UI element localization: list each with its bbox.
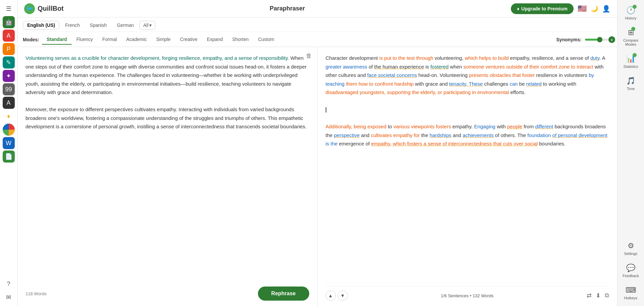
mode-tab-formal[interactable]: Formal — [98, 35, 122, 45]
synonyms-label: Synonyms: — [556, 37, 582, 42]
history-label: History — [625, 16, 636, 20]
sidebar-item-settings[interactable]: ⚙ Settings — [619, 238, 643, 259]
lang-tab-all[interactable]: All ▾ — [140, 21, 155, 30]
prev-sentence-button[interactable]: ▲ — [326, 291, 336, 301]
feedback-icon: 💬 — [626, 264, 635, 272]
diamond-icon: ♦ — [517, 6, 519, 11]
right-sidebar: 🕐 History ⊞ CompareModes 📊 Statistics 🎵 … — [617, 0, 644, 306]
chevron-down-icon: ▾ — [149, 23, 152, 28]
compare-badge — [631, 27, 635, 31]
tone-icon: 🎵 — [626, 77, 635, 85]
hotkeys-icon: ⌨ — [626, 286, 636, 295]
docs-icon[interactable]: 📄 — [3, 150, 15, 163]
word-count: 118 Words — [25, 291, 47, 296]
input-footer: 118 Words Rephrase — [25, 282, 309, 301]
lang-tab-french[interactable]: French — [61, 21, 84, 30]
output-text-area[interactable]: Character development is put to the test… — [326, 54, 609, 286]
flag-icon[interactable]: 🇺🇸 — [578, 4, 587, 13]
main-container: 🐦 QuillBot Paraphraser ♦ Upgrade to Prem… — [17, 0, 617, 306]
grammar-icon[interactable]: A — [3, 30, 15, 42]
output-footer: ▲ ▼ 1/6 Sentences • 132 Words ⇄ ⬇ ⧉ — [326, 286, 609, 301]
toolbar: English (US) French Spanish German All ▾… — [17, 17, 617, 47]
copy-icon[interactable]: ⧉ — [605, 292, 609, 299]
diamond-slider-icon: ♦ — [611, 38, 612, 42]
theme-toggle-icon[interactable]: 🌙 — [591, 5, 598, 12]
menu-icon[interactable]: ☰ — [3, 3, 15, 15]
top-header: 🐦 QuillBot Paraphraser ♦ Upgrade to Prem… — [17, 0, 617, 17]
mode-tab-standard[interactable]: Standard — [42, 35, 72, 45]
user-icon[interactable]: 👤 — [602, 5, 610, 13]
compare-modes-label: CompareModes — [623, 38, 638, 46]
sidebar-item-compare[interactable]: ⊞ CompareModes — [619, 25, 643, 50]
logo-text: QuillBot — [38, 5, 64, 12]
synonyms-slider[interactable]: ♦ — [585, 39, 612, 41]
left-sidebar: ☰ 🤖 A P ✎ ✦ 99 A ♦ W 📄 ? ✉ — [0, 0, 17, 306]
nav-arrows: ▲ ▼ — [326, 291, 348, 301]
citation-icon[interactable]: ✦ — [3, 70, 15, 82]
cursor — [326, 107, 326, 113]
compare-icon[interactable]: ⇄ — [587, 292, 592, 299]
hotkeys-label: Hotkeys — [624, 296, 638, 300]
mode-tab-creative[interactable]: Creative — [175, 35, 202, 45]
output-icons: ⇄ ⬇ ⧉ — [587, 292, 609, 299]
statistics-badge — [633, 53, 637, 57]
settings-label: Settings — [624, 252, 638, 256]
sidebar-item-tone[interactable]: 🎵 Tone — [619, 73, 643, 94]
word-counter-icon[interactable]: 99 — [3, 83, 15, 95]
logo-icon: 🐦 — [24, 3, 35, 14]
logo[interactable]: 🐦 QuillBot — [24, 3, 64, 14]
download-icon[interactable]: ⬇ — [596, 292, 601, 299]
statistics-label: Statistics — [623, 64, 638, 69]
page-title: Paraphraser — [270, 5, 305, 12]
input-text-area[interactable]: Volunteering serves as a crucible for ch… — [25, 54, 309, 282]
mode-tab-simple[interactable]: Simple — [152, 35, 175, 45]
delete-icon[interactable]: 🗑 — [306, 52, 312, 59]
next-sentence-button[interactable]: ▼ — [338, 291, 348, 301]
settings-icon: ⚙ — [628, 242, 634, 250]
input-panel: 🗑 Volunteering serves as a crucible for … — [17, 47, 318, 306]
sidebar-item-statistics[interactable]: 📊 Statistics — [619, 51, 643, 72]
lang-tab-english[interactable]: English (US) — [23, 21, 59, 30]
mode-tab-academic[interactable]: Academic — [121, 35, 151, 45]
mode-tab-fluency[interactable]: Fluency — [72, 35, 98, 45]
help-icon[interactable]: ? — [3, 278, 15, 290]
quillbot-nav-icon[interactable]: 🤖 — [3, 16, 15, 28]
upgrade-button[interactable]: ♦ Upgrade to Premium — [511, 3, 574, 14]
header-right: ♦ Upgrade to Premium 🇺🇸 🌙 👤 — [511, 3, 610, 14]
sidebar-item-hotkeys[interactable]: ⌨ Hotkeys — [619, 282, 643, 303]
rephrase-button[interactable]: Rephrase — [258, 287, 309, 301]
upgrade-label: Upgrade to Premium — [521, 6, 568, 11]
output-panel: Character development is put to the test… — [318, 47, 618, 306]
translator-icon[interactable]: A — [3, 97, 15, 109]
lang-tab-german[interactable]: German — [112, 21, 138, 30]
premium-icon[interactable]: ♦ — [3, 110, 15, 122]
statistics-icon: 📊 — [626, 54, 635, 63]
chrome-icon[interactable] — [3, 124, 15, 136]
modes-bar: Modes: Standard Fluency Formal Academic … — [23, 32, 612, 47]
history-icon: 🕐 — [626, 6, 635, 15]
history-badge — [633, 5, 637, 9]
plagiarism-icon[interactable]: P — [3, 43, 15, 55]
sidebar-item-history[interactable]: 🕐 History — [619, 3, 643, 24]
content-area: 🗑 Volunteering serves as a crucible for … — [17, 47, 617, 306]
mail-icon[interactable]: ✉ — [3, 291, 15, 303]
mode-tab-expand[interactable]: Expand — [202, 35, 227, 45]
synonyms-section: Synonyms: ♦ — [556, 37, 612, 42]
mode-tab-shorten[interactable]: Shorten — [227, 35, 253, 45]
sidebar-item-feedback[interactable]: 💬 Feedback — [619, 260, 643, 281]
word-icon[interactable]: W — [3, 137, 15, 149]
summarizer-icon[interactable]: ✎ — [3, 56, 15, 69]
compare-modes-icon: ⊞ — [628, 28, 634, 37]
lang-tab-spanish[interactable]: Spanish — [86, 21, 111, 30]
feedback-label: Feedback — [623, 274, 639, 278]
mode-tab-custom[interactable]: Custom — [253, 35, 279, 45]
slider-thumb-right: ♦ — [608, 36, 615, 43]
slider-thumb — [597, 37, 602, 42]
modes-label: Modes: — [23, 37, 39, 42]
header-left: 🐦 QuillBot — [24, 3, 64, 14]
sentence-count: 1/6 Sentences • 132 Words — [441, 293, 494, 298]
language-bar: English (US) French Spanish German All ▾ — [23, 17, 612, 32]
tone-label: Tone — [627, 87, 635, 91]
